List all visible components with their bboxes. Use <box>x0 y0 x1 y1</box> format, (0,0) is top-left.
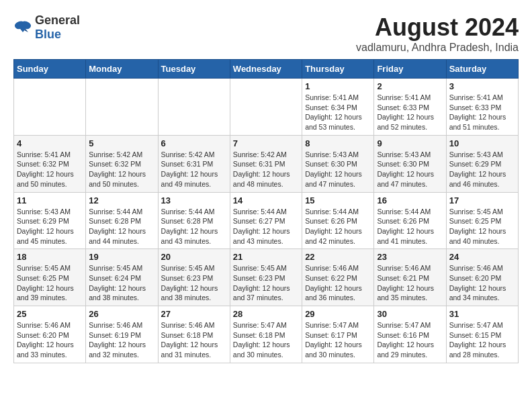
day-number: 7 <box>233 138 299 148</box>
day-info: Sunrise: 5:46 AM Sunset: 6:18 PM Dayligh… <box>161 320 227 360</box>
day-header-saturday: Saturday <box>446 60 518 79</box>
calendar-cell: 3Sunrise: 5:41 AM Sunset: 6:33 PM Daylig… <box>446 79 518 136</box>
day-info: Sunrise: 5:45 AM Sunset: 6:25 PM Dayligh… <box>17 263 83 303</box>
day-number: 5 <box>89 138 154 148</box>
day-number: 2 <box>377 81 443 91</box>
calendar-body: 1Sunrise: 5:41 AM Sunset: 6:34 PM Daylig… <box>14 79 519 363</box>
day-info: Sunrise: 5:43 AM Sunset: 6:29 PM Dayligh… <box>449 150 515 189</box>
calendar-cell: 15Sunrise: 5:44 AM Sunset: 6:26 PM Dayli… <box>302 192 374 249</box>
calendar-cell: 18Sunrise: 5:45 AM Sunset: 6:25 PM Dayli… <box>14 249 86 306</box>
day-number: 20 <box>161 252 227 262</box>
calendar-cell: 11Sunrise: 5:43 AM Sunset: 6:29 PM Dayli… <box>14 192 86 249</box>
day-number: 1 <box>305 81 371 91</box>
day-number: 27 <box>161 309 227 319</box>
day-info: Sunrise: 5:47 AM Sunset: 6:15 PM Dayligh… <box>449 320 515 360</box>
day-info: Sunrise: 5:43 AM Sunset: 6:29 PM Dayligh… <box>17 207 83 246</box>
calendar-cell: 6Sunrise: 5:42 AM Sunset: 6:31 PM Daylig… <box>158 135 230 192</box>
day-info: Sunrise: 5:44 AM Sunset: 6:28 PM Dayligh… <box>161 207 227 246</box>
calendar-cell: 27Sunrise: 5:46 AM Sunset: 6:18 PM Dayli… <box>158 306 230 363</box>
calendar-table: SundayMondayTuesdayWednesdayThursdayFrid… <box>13 59 519 363</box>
day-info: Sunrise: 5:47 AM Sunset: 6:16 PM Dayligh… <box>377 320 443 360</box>
calendar-cell <box>14 79 86 136</box>
logo-icon <box>13 20 32 35</box>
calendar-cell: 23Sunrise: 5:46 AM Sunset: 6:21 PM Dayli… <box>374 249 446 306</box>
day-info: Sunrise: 5:44 AM Sunset: 6:26 PM Dayligh… <box>377 207 443 246</box>
day-header-wednesday: Wednesday <box>230 60 302 79</box>
logo-blue: Blue <box>35 28 61 41</box>
day-number: 14 <box>233 195 299 205</box>
calendar-cell: 13Sunrise: 5:44 AM Sunset: 6:28 PM Dayli… <box>158 192 230 249</box>
logo-text: General Blue <box>35 13 80 42</box>
calendar-cell <box>86 79 158 136</box>
day-info: Sunrise: 5:47 AM Sunset: 6:17 PM Dayligh… <box>305 320 371 360</box>
day-header-thursday: Thursday <box>302 60 374 79</box>
day-number: 11 <box>17 195 83 205</box>
calendar-cell: 5Sunrise: 5:42 AM Sunset: 6:32 PM Daylig… <box>86 135 158 192</box>
calendar-week-3: 18Sunrise: 5:45 AM Sunset: 6:25 PM Dayli… <box>14 249 519 306</box>
day-number: 21 <box>233 252 299 262</box>
day-number: 13 <box>161 195 227 205</box>
day-info: Sunrise: 5:46 AM Sunset: 6:20 PM Dayligh… <box>449 263 515 303</box>
calendar-cell: 2Sunrise: 5:41 AM Sunset: 6:33 PM Daylig… <box>374 79 446 136</box>
calendar-cell: 25Sunrise: 5:46 AM Sunset: 6:20 PM Dayli… <box>14 306 86 363</box>
day-info: Sunrise: 5:45 AM Sunset: 6:23 PM Dayligh… <box>233 263 299 303</box>
day-number: 29 <box>305 309 371 319</box>
day-info: Sunrise: 5:42 AM Sunset: 6:32 PM Dayligh… <box>89 150 154 189</box>
calendar-cell: 7Sunrise: 5:42 AM Sunset: 6:31 PM Daylig… <box>230 135 302 192</box>
day-number: 23 <box>377 252 443 262</box>
day-number: 24 <box>449 252 515 262</box>
day-number: 19 <box>89 252 154 262</box>
day-info: Sunrise: 5:46 AM Sunset: 6:19 PM Dayligh… <box>89 320 154 360</box>
day-info: Sunrise: 5:46 AM Sunset: 6:22 PM Dayligh… <box>305 263 371 303</box>
calendar-cell: 26Sunrise: 5:46 AM Sunset: 6:19 PM Dayli… <box>86 306 158 363</box>
day-info: Sunrise: 5:44 AM Sunset: 6:27 PM Dayligh… <box>233 207 299 246</box>
day-number: 15 <box>305 195 371 205</box>
day-header-tuesday: Tuesday <box>158 60 230 79</box>
calendar-cell: 1Sunrise: 5:41 AM Sunset: 6:34 PM Daylig… <box>302 79 374 136</box>
day-info: Sunrise: 5:45 AM Sunset: 6:25 PM Dayligh… <box>449 207 515 246</box>
day-info: Sunrise: 5:45 AM Sunset: 6:23 PM Dayligh… <box>161 263 227 303</box>
calendar-week-2: 11Sunrise: 5:43 AM Sunset: 6:29 PM Dayli… <box>14 192 519 249</box>
day-info: Sunrise: 5:47 AM Sunset: 6:18 PM Dayligh… <box>233 320 299 360</box>
calendar-cell: 9Sunrise: 5:43 AM Sunset: 6:30 PM Daylig… <box>374 135 446 192</box>
calendar-week-0: 1Sunrise: 5:41 AM Sunset: 6:34 PM Daylig… <box>14 79 519 136</box>
calendar-cell: 10Sunrise: 5:43 AM Sunset: 6:29 PM Dayli… <box>446 135 518 192</box>
day-number: 9 <box>377 138 443 148</box>
calendar-cell: 20Sunrise: 5:45 AM Sunset: 6:23 PM Dayli… <box>158 249 230 306</box>
day-header-friday: Friday <box>374 60 446 79</box>
calendar-cell: 14Sunrise: 5:44 AM Sunset: 6:27 PM Dayli… <box>230 192 302 249</box>
calendar-cell: 21Sunrise: 5:45 AM Sunset: 6:23 PM Dayli… <box>230 249 302 306</box>
calendar-cell <box>230 79 302 136</box>
calendar-cell: 17Sunrise: 5:45 AM Sunset: 6:25 PM Dayli… <box>446 192 518 249</box>
location-text: vadlamuru, Andhra Pradesh, India <box>356 42 519 54</box>
day-info: Sunrise: 5:41 AM Sunset: 6:33 PM Dayligh… <box>449 93 515 132</box>
page-header: General Blue August 2024 vadlamuru, Andh… <box>13 13 519 54</box>
calendar-cell: 16Sunrise: 5:44 AM Sunset: 6:26 PM Dayli… <box>374 192 446 249</box>
day-info: Sunrise: 5:42 AM Sunset: 6:31 PM Dayligh… <box>233 150 299 189</box>
day-number: 4 <box>17 138 83 148</box>
day-info: Sunrise: 5:41 AM Sunset: 6:33 PM Dayligh… <box>377 93 443 132</box>
day-number: 6 <box>161 138 227 148</box>
title-block: August 2024 vadlamuru, Andhra Pradesh, I… <box>356 13 519 54</box>
day-header-sunday: Sunday <box>14 60 86 79</box>
day-info: Sunrise: 5:43 AM Sunset: 6:30 PM Dayligh… <box>377 150 443 189</box>
calendar-cell: 22Sunrise: 5:46 AM Sunset: 6:22 PM Dayli… <box>302 249 374 306</box>
day-info: Sunrise: 5:41 AM Sunset: 6:32 PM Dayligh… <box>17 150 83 189</box>
day-number: 30 <box>377 309 443 319</box>
day-number: 12 <box>89 195 154 205</box>
day-number: 22 <box>305 252 371 262</box>
day-number: 16 <box>377 195 443 205</box>
calendar-week-4: 25Sunrise: 5:46 AM Sunset: 6:20 PM Dayli… <box>14 306 519 363</box>
calendar-cell <box>158 79 230 136</box>
day-info: Sunrise: 5:43 AM Sunset: 6:30 PM Dayligh… <box>305 150 371 189</box>
calendar-cell: 4Sunrise: 5:41 AM Sunset: 6:32 PM Daylig… <box>14 135 86 192</box>
calendar-cell: 8Sunrise: 5:43 AM Sunset: 6:30 PM Daylig… <box>302 135 374 192</box>
day-number: 10 <box>449 138 515 148</box>
day-number: 8 <box>305 138 371 148</box>
calendar-cell: 28Sunrise: 5:47 AM Sunset: 6:18 PM Dayli… <box>230 306 302 363</box>
day-info: Sunrise: 5:44 AM Sunset: 6:28 PM Dayligh… <box>89 207 154 246</box>
day-number: 3 <box>449 81 515 91</box>
calendar-week-1: 4Sunrise: 5:41 AM Sunset: 6:32 PM Daylig… <box>14 135 519 192</box>
day-info: Sunrise: 5:46 AM Sunset: 6:20 PM Dayligh… <box>17 320 83 360</box>
day-number: 31 <box>449 309 515 319</box>
